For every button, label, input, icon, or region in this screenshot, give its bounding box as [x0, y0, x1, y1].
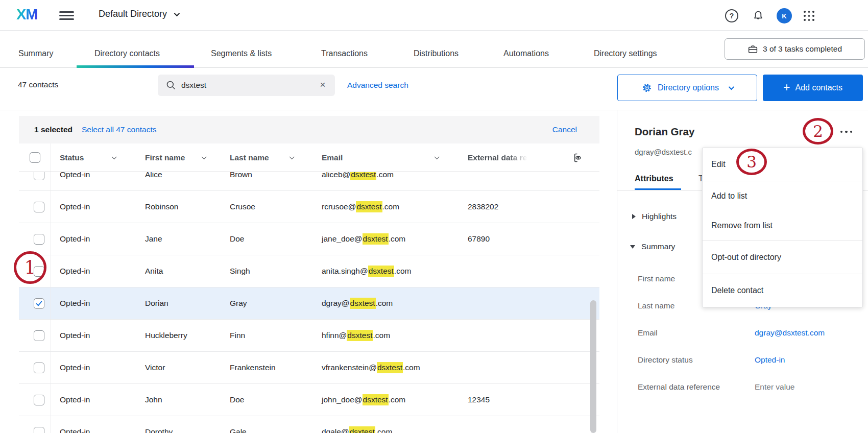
row-checkbox[interactable] — [34, 363, 44, 373]
table-body: Opted-in Alice Brown aliceb@dsxtest.com … — [19, 172, 599, 433]
tab-directory-contacts[interactable]: Directory contacts — [94, 49, 160, 58]
cell-status: Opted-in — [51, 416, 136, 433]
tab-segments-lists[interactable]: Segments & lists — [211, 49, 272, 58]
cell-last-name: Finn — [221, 320, 313, 351]
row-checkbox[interactable] — [34, 234, 44, 245]
column-menu-icon[interactable] — [290, 154, 294, 159]
row-checkbox[interactable] — [34, 427, 44, 433]
tab-directory-settings[interactable]: Directory settings — [594, 49, 657, 58]
cell-last-name: Doe — [221, 223, 313, 255]
cell-external-data-reference: 12345 — [459, 384, 599, 416]
notifications-bell-icon[interactable] — [752, 9, 765, 22]
directory-options-label: Directory options — [658, 83, 719, 92]
menu-item-add-to-list[interactable]: Add to list — [703, 181, 862, 210]
column-menu-icon[interactable] — [435, 154, 439, 159]
field-value-external-data-reference[interactable]: Enter value — [755, 382, 794, 392]
column-menu-icon[interactable] — [112, 154, 116, 159]
cell-status: Opted-in — [51, 320, 136, 351]
active-tab-indicator — [77, 65, 194, 68]
field-label-last-name: Last name — [638, 301, 674, 310]
select-all-link[interactable]: Select all 47 contacts — [82, 125, 156, 134]
menu-item-delete-contact[interactable]: Delete contact — [703, 274, 862, 307]
contact-email-subtitle: dgray@dsxtest.c — [635, 148, 703, 156]
table-row[interactable]: Opted-in Anita Singh anita.singh@dsxtest… — [19, 255, 599, 287]
cell-external-data-reference — [459, 172, 599, 190]
summary-section-toggle[interactable]: Summary — [630, 242, 675, 251]
cell-external-data-reference: 67890 — [459, 223, 599, 255]
row-checkbox[interactable] — [34, 172, 44, 180]
table-row-selected[interactable]: Opted-in Dorian Gray dgray@dsxtest.com — [19, 287, 599, 320]
field-value-email[interactable]: dgray@dsxtest.com — [755, 328, 825, 338]
directory-options-button[interactable]: Directory options — [617, 75, 757, 101]
briefcase-icon — [748, 44, 758, 55]
cell-email: aliceb@dsxtest.com — [313, 172, 459, 190]
advanced-search-link[interactable]: Advanced search — [347, 81, 408, 90]
cell-external-data-reference — [459, 287, 599, 319]
app-grid-icon[interactable] — [804, 11, 815, 21]
column-menu-icon[interactable] — [202, 154, 206, 159]
tab-summary[interactable]: Summary — [18, 49, 53, 58]
chevron-down-icon — [729, 84, 734, 90]
contact-actions-menu-button[interactable] — [840, 126, 861, 138]
table-row[interactable]: Opted-in Robinson Crusoe rcrusoe@dsxtest… — [19, 191, 599, 223]
tab-automations[interactable]: Automations — [503, 49, 549, 58]
cell-external-data-reference — [459, 320, 599, 351]
cancel-selection-link[interactable]: Cancel — [552, 125, 577, 134]
gear-icon — [642, 83, 652, 93]
menu-item-remove-from-list[interactable]: Remove from list — [703, 210, 862, 240]
clear-search-icon[interactable]: × — [317, 79, 329, 91]
cell-first-name: Dorothy — [136, 416, 221, 433]
expanded-triangle-icon — [630, 245, 635, 249]
cell-status: Opted-in — [51, 223, 136, 255]
cell-status: Opted-in — [51, 255, 136, 287]
cell-status: Opted-in — [51, 384, 136, 416]
menu-item-opt-out[interactable]: Opt-out of directory — [703, 241, 862, 274]
field-label-first-name: First name — [638, 274, 675, 283]
cell-first-name: Victor — [136, 352, 221, 383]
row-checkbox[interactable] — [34, 395, 44, 405]
highlights-section-toggle[interactable]: Highlights — [632, 212, 677, 221]
table-row[interactable]: Opted-in Dorothy Gale dgale@dsxtest.com — [19, 416, 599, 433]
row-checkbox[interactable] — [34, 266, 44, 277]
cell-first-name: John — [136, 384, 221, 416]
vertical-scrollbar-thumb[interactable] — [590, 300, 596, 433]
hamburger-menu-icon[interactable] — [59, 11, 74, 20]
menu-item-edit[interactable]: Edit — [703, 148, 862, 181]
cell-email: dgale@dsxtest.com — [313, 416, 459, 433]
user-avatar[interactable]: K — [777, 8, 792, 23]
directory-selector[interactable]: Default Directory — [99, 9, 178, 19]
row-checkbox[interactable] — [34, 330, 44, 341]
column-header-last-name: Last name — [221, 143, 313, 172]
field-label-directory-status: Directory status — [638, 355, 693, 365]
annotation-circle-2: 2 — [803, 118, 833, 145]
row-checkbox[interactable] — [34, 202, 44, 212]
selected-count: 1 selected — [34, 125, 73, 134]
cell-email: jane_doe@dsxtest.com — [313, 223, 459, 255]
tab-transactions[interactable]: Transactions — [321, 49, 368, 58]
add-contacts-button[interactable]: + Add contacts — [763, 75, 863, 101]
select-all-checkbox[interactable] — [30, 152, 40, 163]
cell-status: Opted-in — [51, 287, 136, 319]
tab-bar: Summary Directory contacts Segments & li… — [0, 31, 868, 68]
column-visibility-icon[interactable] — [572, 152, 583, 165]
table-row[interactable]: Opted-in Victor Frankenstein vfrankenste… — [19, 352, 599, 384]
field-value-directory-status[interactable]: Opted-in — [755, 355, 785, 365]
cell-email: rcrusoe@dsxtest.com — [313, 191, 459, 223]
search-box: × — [158, 75, 335, 96]
cell-last-name: Frankenstein — [221, 352, 313, 383]
panel-tab-attributes[interactable]: Attributes — [635, 174, 673, 183]
plus-icon: + — [783, 82, 790, 93]
cell-external-data-reference — [459, 416, 599, 433]
help-button[interactable]: ? — [725, 9, 738, 22]
table-row[interactable]: Opted-in Huckleberry Finn hfinn@dsxtest.… — [19, 320, 599, 352]
table-row[interactable]: Opted-in Alice Brown aliceb@dsxtest.com — [19, 172, 599, 191]
tab-distributions[interactable]: Distributions — [414, 49, 459, 58]
search-input[interactable] — [181, 75, 311, 96]
column-header-email: Email — [313, 143, 459, 172]
tasks-completed-button[interactable]: 3 of 3 tasks completed — [725, 38, 865, 60]
row-checkbox-checked[interactable] — [34, 298, 44, 309]
table-row[interactable]: Opted-in Jane Doe jane_doe@dsxtest.com 6… — [19, 223, 599, 255]
contacts-table: 1 selected Select all 47 contacts Cancel… — [19, 116, 599, 433]
add-contacts-label: Add contacts — [795, 83, 842, 92]
table-row[interactable]: Opted-in John Doe john_doe@dsxtest.com 1… — [19, 384, 599, 416]
